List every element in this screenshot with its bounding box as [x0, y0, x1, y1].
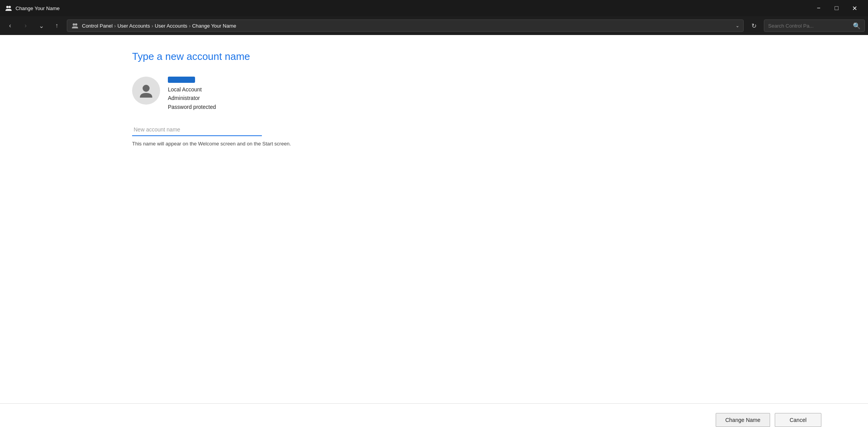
search-icon: 🔍: [853, 22, 861, 30]
navigation-bar: ‹ › ⌄ ↑ Control Panel › User Accounts › …: [0, 16, 868, 35]
window-icon: [5, 4, 12, 12]
forward-button[interactable]: ›: [19, 19, 33, 33]
svg-point-3: [75, 23, 77, 26]
account-type-text: Local Account Administrator Password pro…: [168, 85, 216, 111]
name-input-container: [132, 124, 868, 136]
action-bar: Change Name Cancel: [0, 404, 868, 427]
recent-button[interactable]: ⌄: [34, 19, 48, 33]
dropdown-icon: ⌄: [39, 22, 44, 30]
up-button[interactable]: ↑: [50, 19, 64, 33]
account-type-line1: Local Account: [168, 86, 202, 93]
account-info: Local Account Administrator Password pro…: [132, 77, 868, 111]
breadcrumb-change-name[interactable]: Change Your Name: [192, 23, 236, 29]
hint-text: This name will appear on the Welcome scr…: [132, 141, 868, 147]
breadcrumb-user-accounts-2[interactable]: User Accounts: [155, 23, 187, 29]
back-icon: ‹: [9, 22, 11, 29]
window-title: Change Your Name: [16, 5, 810, 11]
search-button[interactable]: 🔍: [853, 22, 861, 30]
page-title: Type a new account name: [132, 51, 868, 63]
search-input[interactable]: [768, 23, 851, 29]
breadcrumb-control-panel[interactable]: Control Panel: [82, 23, 113, 29]
avatar: [132, 77, 160, 105]
svg-point-2: [73, 23, 75, 26]
svg-point-4: [143, 85, 150, 92]
home-icon: [71, 22, 79, 30]
avatar-icon: [138, 83, 154, 98]
refresh-button[interactable]: ↻: [747, 19, 761, 33]
up-icon: ↑: [55, 22, 58, 29]
window-controls: − □ ✕: [810, 2, 863, 14]
title-bar: Change Your Name − □ ✕: [0, 0, 868, 16]
breadcrumb: Control Panel › User Accounts › User Acc…: [82, 23, 732, 29]
search-bar[interactable]: 🔍: [764, 19, 865, 32]
svg-point-1: [9, 6, 11, 8]
back-button[interactable]: ‹: [3, 19, 17, 33]
breadcrumb-user-accounts-1[interactable]: User Accounts: [117, 23, 150, 29]
account-details: Local Account Administrator Password pro…: [168, 77, 216, 111]
change-name-button[interactable]: Change Name: [716, 413, 770, 427]
address-chevron-icon[interactable]: ⌄: [736, 23, 739, 28]
account-name-redacted: [168, 77, 195, 83]
content-area: Type a new account name Local Account Ad…: [0, 35, 868, 394]
close-button[interactable]: ✕: [845, 2, 863, 14]
maximize-button[interactable]: □: [828, 2, 845, 14]
account-type-line3: Password protected: [168, 104, 216, 110]
account-type-line2: Administrator: [168, 95, 200, 101]
cancel-button[interactable]: Cancel: [775, 413, 821, 427]
forward-icon: ›: [24, 22, 26, 29]
minimize-button[interactable]: −: [810, 2, 828, 14]
refresh-icon: ↻: [751, 22, 756, 30]
main-content: Type a new account name Local Account Ad…: [0, 35, 868, 427]
new-account-name-input[interactable]: [132, 124, 262, 136]
svg-point-0: [6, 6, 9, 8]
address-bar[interactable]: Control Panel › User Accounts › User Acc…: [67, 19, 744, 32]
